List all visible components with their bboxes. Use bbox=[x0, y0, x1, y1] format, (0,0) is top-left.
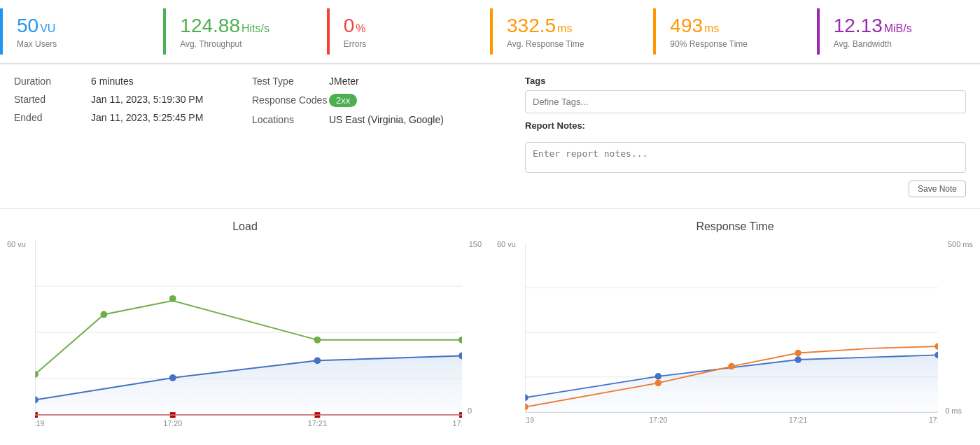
load-chart: Load 60 vu 150 0 bbox=[7, 220, 483, 445]
started-value: Jan 11, 2023, 5:19:30 PM bbox=[91, 94, 203, 105]
test-type-row: Test Type JMeter bbox=[252, 76, 497, 87]
svg-point-35 bbox=[934, 343, 938, 350]
tags-notes-section: Tags Report Notes: Save Note bbox=[525, 76, 966, 197]
locations-row: Locations US East (Virginia, Google) bbox=[252, 114, 497, 125]
svg-text:17:22: 17:22 bbox=[452, 418, 462, 427]
metric-90-response: 493ms 90% Response Time bbox=[653, 8, 816, 55]
ended-row: Ended Jan 11, 2023, 5:25:45 PM bbox=[14, 112, 224, 123]
metric-value-errors: 0% bbox=[344, 14, 476, 38]
svg-point-9 bbox=[100, 311, 107, 318]
charts-section: Load 60 vu 150 0 bbox=[0, 209, 980, 445]
response-chart-svg: 17:19 17:20 17:21 17:22 bbox=[525, 239, 938, 428]
duration-value: 6 minutes bbox=[91, 76, 134, 87]
svg-text:17:19: 17:19 bbox=[35, 418, 45, 427]
test-type-label: Test Type bbox=[252, 76, 329, 87]
response-codes-badge: 2xx bbox=[329, 94, 357, 107]
svg-text:17:20: 17:20 bbox=[163, 418, 182, 427]
metric-value-90-response: 493ms bbox=[670, 14, 802, 38]
svg-point-6 bbox=[314, 357, 321, 364]
svg-point-29 bbox=[794, 356, 802, 363]
duration-label: Duration bbox=[14, 76, 91, 87]
metric-label-throughput: Avg. Throughput bbox=[180, 39, 312, 49]
ended-value: Jan 11, 2023, 5:25:45 PM bbox=[91, 112, 203, 123]
metrics-bar: 50VU Max Users 124.88Hits/s Avg. Through… bbox=[0, 0, 980, 64]
started-row: Started Jan 11, 2023, 5:19:30 PM bbox=[14, 94, 224, 105]
metric-value-users: 50VU bbox=[17, 14, 149, 38]
locations-label: Locations bbox=[252, 114, 329, 125]
test-type-value: JMeter bbox=[329, 76, 359, 87]
load-chart-title: Load bbox=[7, 220, 483, 233]
load-chart-svg: 17:19 17:20 17:21 17:22 bbox=[35, 239, 462, 428]
load-y-left-label: 60 vu bbox=[7, 240, 26, 248]
svg-point-32 bbox=[655, 379, 662, 386]
svg-point-12 bbox=[458, 337, 462, 344]
load-y-right-zero: 0 bbox=[468, 407, 472, 415]
metric-label-users: Max Users bbox=[17, 39, 149, 49]
svg-point-28 bbox=[655, 373, 662, 380]
report-notes-input[interactable] bbox=[525, 142, 966, 173]
svg-point-5 bbox=[169, 374, 176, 381]
started-label: Started bbox=[14, 94, 91, 105]
metric-label-bandwidth: Avg. Bandwidth bbox=[834, 39, 966, 49]
tags-label: Tags bbox=[525, 76, 966, 86]
metric-max-users: 50VU Max Users bbox=[0, 8, 163, 55]
metric-label-avg-response: Avg. Response Time bbox=[507, 39, 639, 49]
load-y-right-max: 150 bbox=[469, 240, 482, 248]
svg-point-10 bbox=[169, 295, 176, 302]
save-note-button[interactable]: Save Note bbox=[909, 181, 966, 197]
svg-point-11 bbox=[314, 337, 321, 344]
svg-marker-3 bbox=[35, 355, 462, 415]
svg-text:17:19: 17:19 bbox=[525, 416, 534, 424]
duration-row: Duration 6 minutes bbox=[14, 76, 224, 87]
metric-value-avg-response: 332.5ms bbox=[507, 14, 639, 38]
report-notes-label: Report Notes: bbox=[525, 120, 966, 131]
info-middle: Test Type JMeter Response Codes 2xx Loca… bbox=[252, 76, 497, 197]
response-y-right-max: 500 ms bbox=[948, 240, 973, 248]
response-codes-label: Response Codes bbox=[252, 94, 329, 106]
svg-text:17:20: 17:20 bbox=[649, 416, 667, 424]
response-chart-title: Response Time bbox=[497, 220, 973, 233]
metric-value-bandwidth: 12.13MiB/s bbox=[834, 14, 966, 38]
metric-label-90-response: 90% Response Time bbox=[670, 39, 802, 49]
svg-point-34 bbox=[794, 349, 802, 356]
svg-text:17:21: 17:21 bbox=[789, 416, 807, 424]
locations-value: US East (Virginia, Google) bbox=[329, 114, 444, 125]
metric-bandwidth: 12.13MiB/s Avg. Bandwidth bbox=[817, 8, 980, 55]
response-y-right-zero: 0 ms bbox=[945, 407, 962, 415]
info-section: Duration 6 minutes Started Jan 11, 2023,… bbox=[0, 64, 980, 209]
metric-errors: 0% Errors bbox=[327, 8, 490, 55]
metric-throughput: 124.88Hits/s Avg. Throughput bbox=[163, 8, 326, 55]
response-time-chart: Response Time 60 vu 500 ms 0 ms bbox=[497, 220, 973, 445]
svg-point-33 bbox=[728, 362, 735, 369]
response-y-left-label: 60 vu bbox=[497, 240, 516, 248]
response-codes-row: Response Codes 2xx bbox=[252, 94, 497, 107]
svg-text:17:22: 17:22 bbox=[929, 416, 938, 424]
metric-value-throughput: 124.88Hits/s bbox=[180, 14, 312, 38]
tags-input[interactable] bbox=[525, 90, 966, 113]
ended-label: Ended bbox=[14, 112, 91, 123]
svg-text:17:21: 17:21 bbox=[308, 418, 327, 427]
metric-avg-response: 332.5ms Avg. Response Time bbox=[490, 8, 653, 55]
metric-label-errors: Errors bbox=[344, 39, 476, 49]
info-left: Duration 6 minutes Started Jan 11, 2023,… bbox=[14, 76, 224, 197]
